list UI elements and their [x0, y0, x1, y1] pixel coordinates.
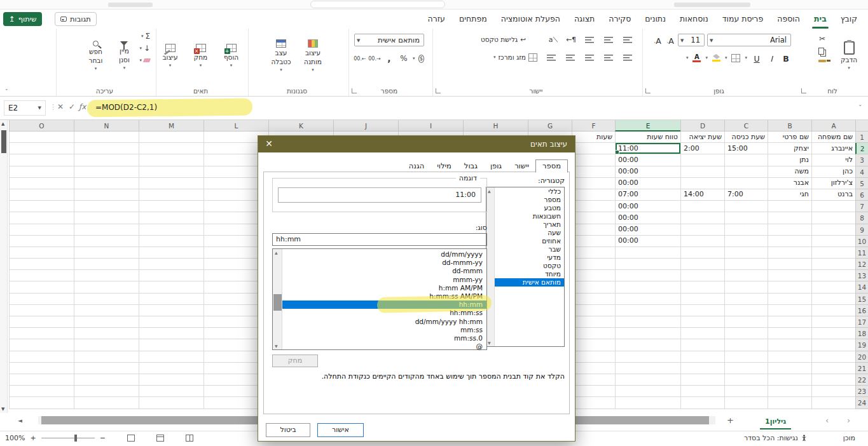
row-header[interactable]: 23	[855, 386, 868, 397]
type-option[interactable]: hh:mm:ss	[282, 309, 486, 317]
cell[interactable]	[74, 386, 139, 397]
cell[interactable]	[9, 305, 74, 316]
formula-bar-splitter[interactable]: ⋮	[50, 103, 57, 111]
close-icon[interactable]: ✕	[262, 137, 276, 151]
cell[interactable]	[680, 374, 724, 386]
format-cells-button[interactable]: עיצוב▾	[157, 30, 184, 81]
row-header[interactable]: 9	[855, 224, 868, 236]
cell[interactable]	[680, 224, 724, 236]
ribbon-tab[interactable]: תצוגה	[567, 10, 602, 29]
cell[interactable]	[572, 143, 615, 154]
cell[interactable]	[74, 281, 139, 293]
row-header[interactable]: 11	[855, 247, 868, 259]
font-size-dropdown[interactable]: 11 ▼	[678, 34, 705, 46]
cell[interactable]	[768, 339, 811, 351]
cell[interactable]	[9, 166, 74, 178]
add-sheet-button[interactable]: +	[725, 416, 736, 426]
cell[interactable]	[572, 397, 615, 409]
ribbon-tab[interactable]: פריסת עמוד	[715, 10, 771, 29]
cell[interactable]	[9, 154, 74, 166]
text-direction-button[interactable]: ¶←	[565, 34, 577, 45]
cell[interactable]	[74, 236, 139, 247]
cell[interactable]	[724, 270, 768, 281]
collapse-ribbon-icon[interactable]: ˅	[5, 88, 8, 95]
cell[interactable]	[768, 305, 811, 316]
cell[interactable]	[724, 247, 768, 259]
cell[interactable]	[615, 386, 680, 397]
cell[interactable]	[139, 247, 203, 259]
cell[interactable]	[680, 236, 724, 247]
row-header[interactable]: 6	[855, 189, 868, 201]
cell[interactable]	[724, 178, 768, 189]
category-item[interactable]: מותאם אישית	[495, 278, 564, 287]
row-header[interactable]: 24	[855, 397, 868, 409]
cell[interactable]	[680, 316, 724, 328]
column-header[interactable]: D	[680, 120, 724, 132]
insert-cells-button[interactable]: הוסף▾	[218, 30, 245, 81]
decrease-font-button[interactable]: A˅	[652, 34, 663, 46]
cell[interactable]	[811, 339, 855, 351]
cell[interactable]: 07:00	[615, 189, 680, 201]
format-painter-icon[interactable]	[818, 60, 826, 62]
cell[interactable]	[572, 201, 615, 212]
cell[interactable]	[74, 178, 139, 189]
cell[interactable]	[615, 374, 680, 386]
row-header[interactable]: 8	[855, 212, 868, 224]
cell[interactable]	[74, 397, 139, 409]
cell[interactable]	[724, 397, 768, 409]
sheet-nav-prev-icon[interactable]: ‹	[825, 416, 829, 425]
delete-cells-button[interactable]: מחק▾	[188, 30, 214, 81]
cell[interactable]	[724, 154, 768, 166]
cell[interactable]	[74, 363, 139, 374]
copy-icon[interactable]	[818, 48, 824, 55]
cell[interactable]	[139, 166, 203, 178]
cell[interactable]	[572, 363, 615, 374]
cell[interactable]	[811, 281, 855, 293]
cell[interactable]: 00:00	[615, 154, 680, 166]
comments-button[interactable]: תגובות	[55, 12, 97, 26]
cell[interactable]	[9, 328, 74, 339]
cell[interactable]	[724, 305, 768, 316]
cell[interactable]	[572, 236, 615, 247]
cell[interactable]: שעות	[572, 132, 615, 143]
cut-button[interactable]: ✂	[815, 33, 829, 44]
category-item[interactable]: תאריך	[495, 220, 564, 229]
cell[interactable]	[680, 259, 724, 270]
cell[interactable]	[680, 294, 724, 305]
dialog-tab[interactable]: מילוי	[431, 160, 458, 172]
cell[interactable]	[724, 281, 768, 293]
cell[interactable]: איינברג	[811, 143, 855, 154]
cell[interactable]: 15:00	[724, 143, 768, 154]
cell[interactable]	[139, 294, 203, 305]
conditional-formatting-button[interactable]: עיצובמותנה ▾	[300, 30, 326, 81]
cell[interactable]	[74, 212, 139, 224]
cell[interactable]: 7:00	[724, 189, 768, 201]
cell[interactable]	[680, 397, 724, 409]
row-header[interactable]: 21	[855, 363, 868, 374]
cell[interactable]	[615, 281, 680, 293]
category-item[interactable]: מספר	[495, 196, 564, 204]
type-option[interactable]: @	[282, 342, 486, 351]
cell[interactable]	[9, 212, 74, 224]
find-select-button[interactable]: חפשובחר ▾	[82, 30, 109, 81]
cell[interactable]	[74, 328, 139, 339]
font-color-button[interactable]: A	[692, 54, 701, 62]
row-header[interactable]: 4	[855, 166, 868, 178]
cell[interactable]	[139, 270, 203, 281]
cell[interactable]	[74, 224, 139, 236]
borders-button[interactable]	[731, 54, 740, 62]
orientation-button[interactable]: ⟋a	[548, 34, 559, 45]
dialog-tab[interactable]: יישור	[508, 160, 535, 172]
autosum-button[interactable]: Σ▾	[139, 30, 150, 41]
decrease-decimal-button[interactable]: ←.00	[354, 53, 366, 64]
cell[interactable]	[680, 201, 724, 212]
cell[interactable]	[139, 339, 203, 351]
cell[interactable]	[811, 259, 855, 270]
cell[interactable]	[572, 178, 615, 189]
category-item[interactable]: חשבונאות	[495, 212, 564, 220]
cell[interactable]: שעת כניסה	[724, 132, 768, 143]
cell[interactable]	[768, 328, 811, 339]
cell[interactable]: צ'ירלזון	[811, 178, 855, 189]
cell[interactable]	[811, 201, 855, 212]
cell[interactable]	[139, 281, 203, 293]
